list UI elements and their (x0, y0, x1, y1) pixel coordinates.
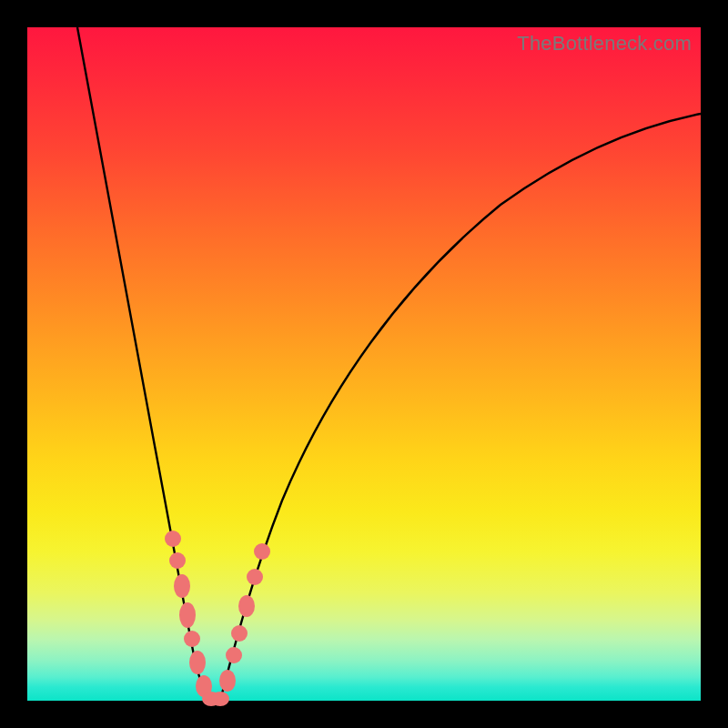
svg-point-11 (231, 625, 248, 642)
curve-layer (27, 27, 701, 701)
svg-point-5 (189, 651, 206, 674)
markers-right (219, 543, 270, 692)
curve-right-branch (220, 114, 701, 701)
svg-point-3 (179, 602, 196, 628)
svg-point-1 (169, 552, 186, 569)
markers-valley (211, 692, 229, 706)
svg-point-2 (174, 574, 190, 598)
svg-point-13 (247, 569, 263, 585)
svg-point-0 (165, 531, 181, 547)
svg-point-14 (254, 543, 270, 560)
svg-point-9 (219, 670, 236, 692)
svg-point-4 (184, 631, 200, 647)
svg-point-12 (238, 595, 255, 617)
svg-point-8 (211, 692, 229, 706)
plot-area: TheBottleneck.com (27, 27, 701, 701)
chart-frame: TheBottleneck.com (0, 0, 728, 728)
curve-left-branch (77, 27, 214, 701)
markers-left (165, 531, 220, 706)
svg-point-10 (226, 647, 242, 663)
